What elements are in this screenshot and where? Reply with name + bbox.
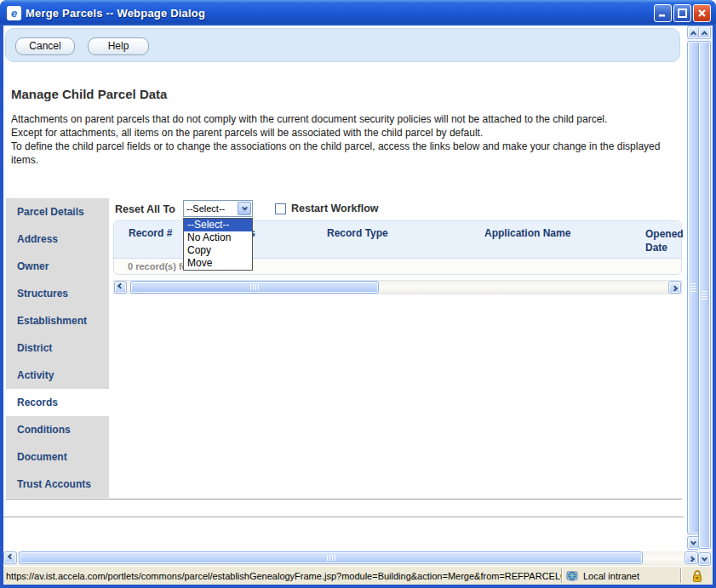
dialog-scrollbar-thumb[interactable] bbox=[19, 551, 643, 564]
dialog-scroll-right-button[interactable] bbox=[684, 551, 698, 564]
maximize-icon bbox=[678, 9, 687, 18]
dialog-vertical-scrollbar[interactable] bbox=[698, 26, 713, 566]
column-header-opened-date[interactable]: Opened Date bbox=[645, 227, 684, 254]
description-line: Except for attachments, all items on the… bbox=[11, 126, 684, 140]
lock-icon bbox=[691, 569, 703, 583]
dialog-scroll-up-button[interactable] bbox=[698, 26, 711, 39]
status-bar: https://av.ist.accela.com/portlets/commo… bbox=[3, 566, 713, 585]
restart-workflow-checkbox[interactable] bbox=[275, 203, 286, 214]
sidebar-item-address[interactable]: Address bbox=[6, 225, 109, 253]
close-icon bbox=[697, 9, 707, 18]
dialog-scrollbar-thumb[interactable] bbox=[698, 41, 711, 549]
column-header-record-number[interactable]: Record # bbox=[129, 227, 172, 239]
dialog-body: Cancel Help Manage Child Parcel Data Att… bbox=[3, 26, 713, 566]
close-button[interactable] bbox=[693, 4, 711, 22]
dropdown-option-no-action[interactable]: No Action bbox=[184, 231, 252, 244]
dropdown-option-select[interactable]: --Select-- bbox=[184, 219, 252, 231]
window-title: Merge Parcels -- Webpage Dialog bbox=[26, 7, 205, 20]
select-dropdown-button[interactable] bbox=[238, 202, 251, 215]
sidebar-nav: Parcel Details Address Owner Structures … bbox=[6, 198, 109, 498]
scrollbar-grip bbox=[690, 283, 696, 292]
dropdown-option-copy[interactable]: Copy bbox=[184, 244, 252, 257]
chevron-left-icon bbox=[7, 554, 13, 560]
page-description: Attachments on parent parcels that do no… bbox=[11, 112, 684, 167]
column-header-record-type[interactable]: Record Type bbox=[327, 227, 388, 239]
chevron-down-icon bbox=[702, 555, 707, 561]
security-lock-panel bbox=[682, 567, 713, 585]
reset-all-select[interactable]: --Select-- bbox=[183, 200, 253, 217]
column-header-application-name[interactable]: Application Name bbox=[484, 227, 570, 239]
security-zone-panel: Local intranet bbox=[563, 567, 680, 585]
minimize-icon bbox=[658, 9, 667, 18]
local-intranet-icon bbox=[566, 570, 580, 582]
table-horizontal-scrollbar[interactable] bbox=[113, 280, 682, 294]
reset-select-dropdown-list: --Select-- No Action Copy Move bbox=[183, 218, 253, 271]
chevron-down-icon bbox=[241, 204, 247, 210]
table-scroll-left-button[interactable] bbox=[114, 281, 127, 294]
reset-all-to-label: Reset All To bbox=[115, 203, 175, 215]
sidebar-item-owner[interactable]: Owner bbox=[6, 253, 109, 280]
status-url-text: https://av.ist.accela.com/portlets/commo… bbox=[6, 571, 561, 581]
scrollbar-grip bbox=[702, 291, 707, 300]
cancel-button[interactable]: Cancel bbox=[15, 37, 75, 55]
sidebar-item-establishment[interactable]: Establishment bbox=[6, 307, 109, 334]
sidebar-item-records[interactable]: Records bbox=[6, 389, 109, 416]
description-line: Attachments on parent parcels that do no… bbox=[11, 112, 684, 126]
minimize-button[interactable] bbox=[654, 4, 672, 22]
sidebar-item-activity[interactable]: Activity bbox=[6, 362, 109, 389]
dialog-horizontal-scrollbar[interactable] bbox=[3, 551, 698, 566]
maximize-button[interactable] bbox=[673, 4, 691, 22]
page-title: Manage Child Parcel Data bbox=[11, 87, 167, 101]
restart-workflow-label: Restart Workflow bbox=[291, 203, 379, 214]
help-button[interactable]: Help bbox=[88, 37, 149, 55]
description-line: To define the child parcel fields or to … bbox=[11, 140, 684, 167]
sidebar-item-document[interactable]: Document bbox=[6, 443, 109, 471]
dialog-scroll-down-button[interactable] bbox=[698, 552, 711, 566]
sidebar-item-conditions[interactable]: Conditions bbox=[6, 416, 109, 443]
security-zone-label: Local intranet bbox=[583, 571, 639, 581]
sidebar-item-structures[interactable]: Structures bbox=[6, 280, 109, 307]
status-url-panel: https://av.ist.accela.com/portlets/commo… bbox=[3, 567, 561, 585]
chevron-up-icon bbox=[702, 31, 707, 37]
footer-divider bbox=[3, 517, 684, 517]
chevron-left-icon bbox=[117, 283, 123, 289]
dialog-scroll-left-button[interactable] bbox=[3, 551, 17, 564]
page-content: Cancel Help Manage Child Parcel Data Att… bbox=[3, 26, 684, 551]
title-bar[interactable]: e Merge Parcels -- Webpage Dialog bbox=[0, 0, 716, 26]
chevron-down-icon bbox=[690, 539, 696, 545]
table-scrollbar-thumb[interactable] bbox=[130, 281, 379, 294]
scrollbar-grip bbox=[250, 284, 259, 290]
sidebar-item-trust-accounts[interactable]: Trust Accounts bbox=[6, 471, 109, 498]
chevron-right-icon bbox=[672, 285, 678, 291]
scrollbar-grip bbox=[327, 555, 335, 561]
dropdown-option-move[interactable]: Move bbox=[184, 257, 252, 270]
ie-app-icon: e bbox=[7, 6, 21, 20]
toolbar: Cancel Help bbox=[5, 28, 680, 62]
reset-all-select-value: --Select-- bbox=[184, 203, 238, 214]
table-scroll-right-button[interactable] bbox=[668, 281, 681, 294]
sidebar-item-district[interactable]: District bbox=[6, 334, 109, 362]
webpage-dialog: e Merge Parcels -- Webpage Dialog Cancel… bbox=[0, 0, 716, 588]
chevron-right-icon bbox=[688, 556, 694, 562]
chevron-up-icon bbox=[690, 31, 696, 37]
content-divider bbox=[6, 499, 682, 500]
sidebar-item-parcel-details[interactable]: Parcel Details bbox=[6, 198, 109, 225]
